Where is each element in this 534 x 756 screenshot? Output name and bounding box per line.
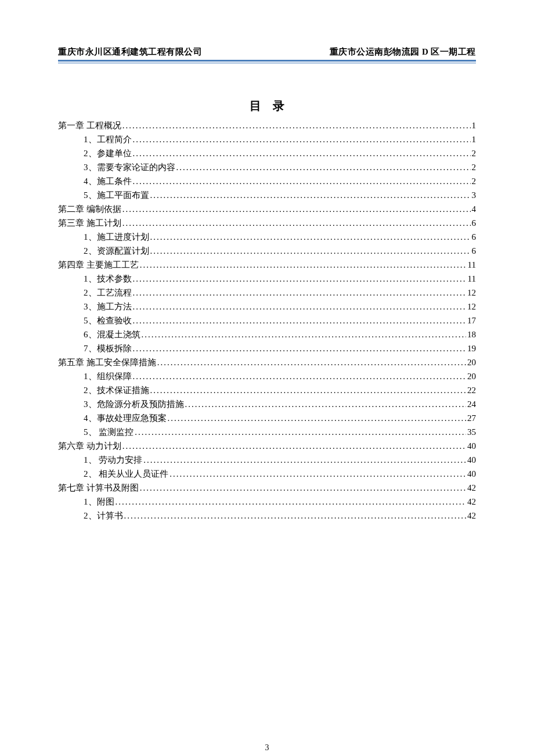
- toc-dots: [176, 160, 471, 174]
- toc-label: 5、 监测监控: [84, 425, 134, 439]
- page-number: 3: [58, 743, 476, 753]
- toc-entry: 1、组织保障20: [58, 369, 476, 383]
- page-header: 重庆市永川区通利建筑工程有限公司 重庆市公运南彭物流园 D 区一期工程: [58, 46, 476, 57]
- toc-page: 18: [467, 327, 476, 341]
- toc-label: 第二章 编制依据: [58, 202, 121, 216]
- toc-dots: [133, 146, 471, 160]
- toc-page: 35: [467, 425, 476, 439]
- toc-page: 6: [472, 244, 477, 258]
- toc-entry: 第六章 动力计划40: [58, 439, 476, 453]
- toc-label: 第四章 主要施工工艺: [58, 258, 139, 272]
- toc-entry: 2、参建单位2: [58, 146, 476, 160]
- toc-entry: 3、危险源分析及预防措施24: [58, 397, 476, 411]
- toc-entry: 1、附图42: [58, 495, 476, 509]
- toc-page: 11: [468, 258, 476, 272]
- toc-page: 1: [472, 118, 477, 132]
- toc-page: 40: [467, 453, 476, 467]
- toc-entry: 4、事故处理应急预案27: [58, 411, 476, 425]
- toc-dots: [150, 244, 471, 258]
- toc-entry: 第一章 工程概况1: [58, 118, 476, 132]
- toc-entry: 1、技术参数11: [58, 272, 476, 286]
- toc-dots: [122, 439, 466, 453]
- toc-page: 27: [467, 411, 476, 425]
- toc-dots: [133, 300, 467, 314]
- toc-entry: 1、工程简介1: [58, 132, 476, 146]
- toc-entry: 2、 相关从业人员证件40: [58, 467, 476, 481]
- toc-page: 12: [467, 300, 476, 314]
- toc-label: 2、资源配置计划: [84, 244, 149, 258]
- toc-dots: [124, 509, 467, 523]
- toc-page: 42: [467, 495, 476, 509]
- toc-label: 6、混凝土浇筑: [84, 327, 140, 341]
- toc-entry: 1、 劳动力安排40: [58, 453, 476, 467]
- toc-dots: [140, 258, 467, 272]
- toc-label: 1、工程简介: [84, 132, 132, 146]
- toc-entry: 3、施工方法12: [58, 300, 476, 314]
- toc-page: 42: [467, 509, 476, 523]
- toc-dots: [133, 272, 467, 286]
- toc-label: 7、模板拆除: [84, 341, 132, 355]
- toc-label: 第六章 动力计划: [58, 439, 121, 453]
- toc-dots: [133, 286, 467, 300]
- toc-dots: [122, 118, 471, 132]
- toc-entry: 2、计算书42: [58, 509, 476, 523]
- toc-dots: [133, 369, 467, 383]
- toc-page: 1: [472, 132, 477, 146]
- toc-entry: 3、需要专家论证的内容2: [58, 160, 476, 174]
- toc-container: 第一章 工程概况11、工程简介12、参建单位23、需要专家论证的内容24、施工条…: [58, 118, 476, 523]
- toc-page: 4: [472, 202, 477, 216]
- toc-dots: [133, 341, 467, 355]
- toc-label: 1、施工进度计划: [84, 230, 149, 244]
- toc-entry: 2、技术保证措施22: [58, 383, 476, 397]
- toc-dots: [143, 453, 466, 467]
- toc-label: 2、 相关从业人员证件: [84, 467, 168, 481]
- header-left: 重庆市永川区通利建筑工程有限公司: [58, 46, 202, 57]
- toc-label: 第七章 计算书及附图: [58, 481, 139, 495]
- toc-dots: [140, 481, 466, 495]
- toc-label: 5、检查验收: [84, 314, 132, 327]
- toc-page: 2: [472, 174, 477, 188]
- toc-page: 3: [472, 188, 477, 202]
- toc-label: 2、计算书: [84, 509, 123, 523]
- toc-dots: [133, 174, 471, 188]
- toc-page: 17: [467, 314, 476, 327]
- toc-label: 1、 劳动力安排: [84, 453, 142, 467]
- toc-page: 6: [472, 230, 477, 244]
- toc-dots: [169, 467, 466, 481]
- toc-label: 2、工艺流程: [84, 286, 132, 300]
- toc-entry: 5、施工平面布置3: [58, 188, 476, 202]
- toc-entry: 7、模板拆除19: [58, 341, 476, 355]
- header-divider: [58, 60, 476, 63]
- toc-label: 2、技术保证措施: [84, 383, 149, 397]
- toc-page: 20: [467, 369, 476, 383]
- toc-page: 22: [467, 383, 476, 397]
- toc-page: 20: [467, 355, 476, 369]
- toc-dots: [135, 425, 466, 439]
- toc-page: 2: [472, 160, 477, 174]
- toc-page: 42: [467, 481, 476, 495]
- toc-entry: 6、混凝土浇筑18: [58, 327, 476, 341]
- toc-entry: 2、工艺流程12: [58, 286, 476, 300]
- toc-page: 6: [472, 216, 477, 230]
- toc-dots: [122, 202, 471, 216]
- toc-label: 第五章 施工安全保障措施: [58, 355, 156, 369]
- toc-dots: [116, 495, 467, 509]
- toc-dots: [157, 355, 466, 369]
- toc-page: 24: [467, 397, 476, 411]
- toc-entry: 第四章 主要施工工艺11: [58, 258, 476, 272]
- toc-label: 3、危险源分析及预防措施: [84, 397, 184, 411]
- toc-dots: [185, 397, 467, 411]
- toc-dots: [168, 411, 467, 425]
- toc-dots: [133, 314, 467, 327]
- toc-label: 1、附图: [84, 495, 114, 509]
- toc-label: 第三章 施工计划: [58, 216, 121, 230]
- toc-page: 12: [467, 286, 476, 300]
- toc-label: 5、施工平面布置: [84, 188, 149, 202]
- toc-label: 3、施工方法: [84, 300, 132, 314]
- toc-page: 19: [467, 341, 476, 355]
- toc-entry: 第五章 施工安全保障措施20: [58, 355, 476, 369]
- toc-page: 2: [472, 146, 477, 160]
- toc-entry: 4、施工条件2: [58, 174, 476, 188]
- toc-label: 2、参建单位: [84, 146, 132, 160]
- toc-entry: 5、 监测监控35: [58, 425, 476, 439]
